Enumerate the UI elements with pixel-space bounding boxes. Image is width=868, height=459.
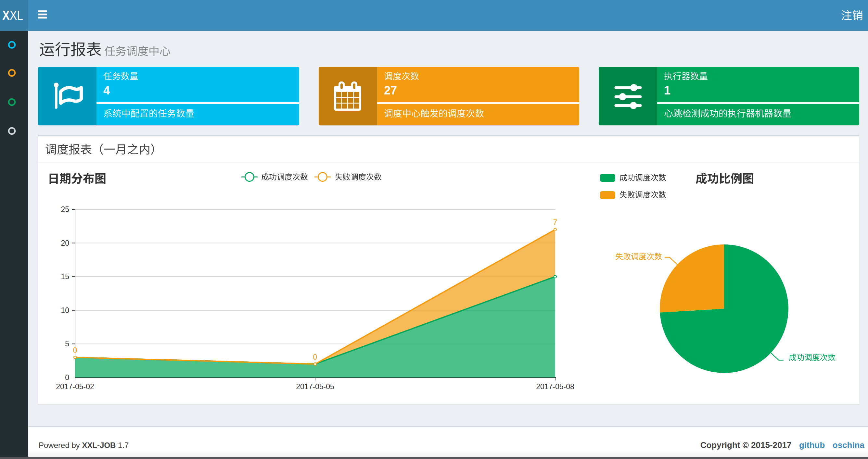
svg-text:2017-05-08: 2017-05-08 bbox=[536, 383, 574, 391]
svg-text:5: 5 bbox=[65, 339, 69, 348]
svg-text:2017-05-05: 2017-05-05 bbox=[296, 383, 334, 391]
svg-text:10: 10 bbox=[61, 306, 69, 315]
svg-text:20: 20 bbox=[61, 239, 69, 248]
svg-text:25: 25 bbox=[61, 205, 69, 214]
svg-text:0: 0 bbox=[313, 353, 317, 361]
svg-text:0: 0 bbox=[65, 373, 69, 382]
svg-text:2017-05-02: 2017-05-02 bbox=[56, 383, 94, 391]
svg-text:15: 15 bbox=[61, 272, 69, 281]
svg-text:7: 7 bbox=[553, 218, 557, 227]
svg-text:0: 0 bbox=[73, 346, 77, 355]
